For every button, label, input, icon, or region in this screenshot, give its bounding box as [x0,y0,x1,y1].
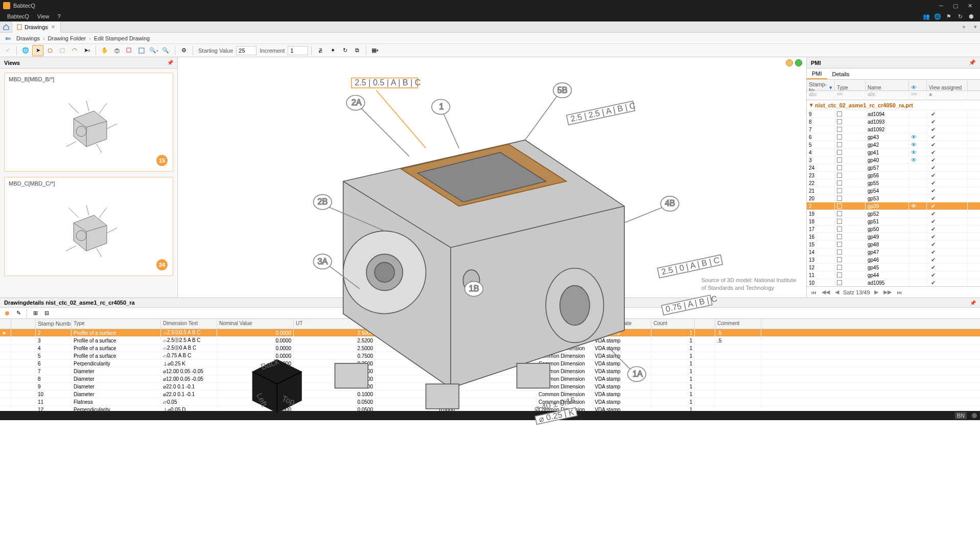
pin-icon[interactable]: 📌 [969,59,976,66]
pmi-row[interactable]: 19 gp52 ✔ [807,210,980,218]
view-card[interactable]: MBD_C[MBD_C/*] 24 [4,177,173,276]
users-icon[interactable]: 👥 [921,11,932,21]
collapse-icon[interactable]: ⊟ [41,309,52,318]
lang-indicator[interactable]: BN [955,412,967,419]
col-type[interactable]: Type [72,319,161,329]
pointer-tool[interactable]: ➤ [32,45,43,56]
expand-icon[interactable]: ⊞ [30,309,40,318]
pmi-row[interactable]: 10 ad1095 ✔ [807,279,980,286]
globe-tool-icon[interactable]: 🌐 [20,45,31,56]
tab-menu-button[interactable]: ▾ [971,24,980,30]
link-tool-icon[interactable] [69,45,80,56]
grid-icon[interactable]: ▦▾ [369,45,381,56]
pmi-row[interactable]: 15 gp48 ✔ [807,241,980,248]
status-dot-2[interactable] [795,59,802,66]
zoom-fit-icon[interactable] [136,45,147,56]
svg-point-21 [375,262,394,282]
cube-icon[interactable] [111,45,123,56]
pmi-row[interactable]: 5 gp42 👁 ✔ [807,141,980,149]
svg-text:0.75 | A | B | C: 0.75 | A | B | C [665,293,718,313]
filter-name[interactable]: abc [866,91,909,100]
add-tab-button[interactable]: ＋ [957,23,971,31]
filter-type[interactable]: == [835,91,866,100]
pmi-row[interactable]: 13 gp46 ✔ [807,256,980,264]
svg-line-11 [97,144,102,153]
nav-next-page[interactable]: ▶▶ [882,289,893,295]
pmi-file-row[interactable]: ▾nist_ctc_02_asme1_rc_cr4050_ra.prt [807,100,980,110]
pmi-row[interactable]: 17 gp50 ✔ [807,225,980,233]
svg-line-17 [66,246,76,251]
crumb-drawings[interactable]: Drawings [16,35,40,41]
edit-icon[interactable]: ✎ [13,309,24,318]
copy-icon[interactable]: ⧉ [352,45,363,56]
maximize-button[interactable]: ▢ [948,0,963,11]
rotate-icon[interactable]: ↻ [339,45,351,56]
pmi-row[interactable]: 21 gp54 ✔ [807,187,980,195]
pmi-row[interactable]: 2 gp39 👁 ✔ [807,202,980,210]
pmi-row[interactable]: 16 gp49 ✔ [807,233,980,241]
filter-assigned[interactable]: ■ [927,91,968,100]
status-dot-1[interactable] [786,59,793,66]
pin-icon[interactable]: 📌 [167,60,173,65]
pmi-row[interactable]: 9 ad1094 ✔ [807,110,980,118]
tab-details[interactable]: Details [827,68,855,79]
globe-icon[interactable]: 🌐 [932,11,943,21]
stamp-tool-icon[interactable] [44,45,56,56]
crumb-edit[interactable]: Edit Stamped Drawing [94,35,150,41]
pmi-row[interactable]: 24 gp57 ✔ [807,164,980,172]
nav-prev[interactable]: ◀ [834,289,840,295]
check-icon[interactable]: ✔ [2,45,13,56]
crumb-folder[interactable]: Drawing Folder [48,35,86,41]
pmi-row[interactable]: 11 gp44 ✔ [807,271,980,279]
pmi-row[interactable]: 14 gp47 ✔ [807,248,980,256]
pmi-row[interactable]: 22 gp55 ✔ [807,179,980,187]
close-button[interactable]: ✕ [963,0,977,11]
zoom-in-icon[interactable]: 🔍+ [148,45,159,56]
view-card[interactable]: MBD_B[MBD_B/*] 15 [4,73,173,172]
nav-last[interactable]: ⏭ [896,289,903,295]
tab-pmi[interactable]: PMI [807,68,827,79]
svg-text:1B: 1B [469,284,479,293]
select-tool-icon[interactable] [57,45,68,56]
pmi-row[interactable]: 18 gp51 ✔ [807,218,980,225]
menu-babtecq[interactable]: BabtecQ [3,11,33,21]
svg-line-16 [107,228,117,233]
strikethrough-icon[interactable]: Z [315,45,326,56]
filter-nr[interactable]: abc [807,91,835,100]
pin-icon[interactable]: 📌 [970,300,976,306]
nav-prev-page[interactable]: ◀◀ [821,289,831,295]
viewport[interactable]: Back Top Left 5B 2A 1 2B 3A 4B 1B 1A 2.5… [178,57,806,297]
pmi-row[interactable]: 6 gp43 👁 ✔ [807,133,980,141]
pmi-row[interactable]: 3 gp40 👁 ✔ [807,156,980,164]
pmi-row[interactable]: 7 ad1092 ✔ [807,126,980,133]
nav-next[interactable]: ▶ [873,289,879,295]
shield-icon[interactable]: ⬢ [966,11,977,21]
home-tab[interactable] [0,21,12,33]
minimize-button[interactable]: ─ [934,0,948,11]
filter-eye[interactable]: == [909,91,927,100]
flag-icon[interactable]: ⚑ [943,11,954,21]
pmi-row[interactable]: 4 gp41 👁 ✔ [807,149,980,156]
wand-icon[interactable]: ✦ [327,45,338,56]
refresh-icon[interactable]: ↻ [954,11,966,21]
pointer-x-icon[interactable]: ➤x [81,45,92,56]
zoom-window-icon[interactable] [124,45,135,56]
tab-drawings[interactable]: Drawings ✕ [12,21,61,33]
starting-value-input[interactable] [236,46,256,55]
app-title: BabtecQ [13,3,934,9]
increment-input[interactable] [288,46,308,55]
pmi-row[interactable]: 8 ad1093 ✔ [807,118,980,126]
stamp-icon[interactable] [2,309,12,318]
pmi-row[interactable]: 23 gp56 ✔ [807,172,980,179]
pmi-row[interactable]: 12 gp45 ✔ [807,264,980,271]
back-button[interactable]: ⇐ [3,34,13,42]
nav-first[interactable]: ⏮ [810,289,818,295]
tab-close-icon[interactable]: ✕ [50,24,56,30]
col-stamp-number[interactable]: Stamp Number ▴ [36,319,72,329]
menu-help[interactable]: ? [53,11,64,21]
zoom-out-icon[interactable]: 🔍- [160,45,172,56]
gear-icon[interactable]: ⚙ [178,45,190,56]
menu-view[interactable]: View [33,11,54,21]
pan-icon[interactable]: ✋ [99,45,110,56]
pmi-row[interactable]: 20 gp53 ✔ [807,195,980,202]
